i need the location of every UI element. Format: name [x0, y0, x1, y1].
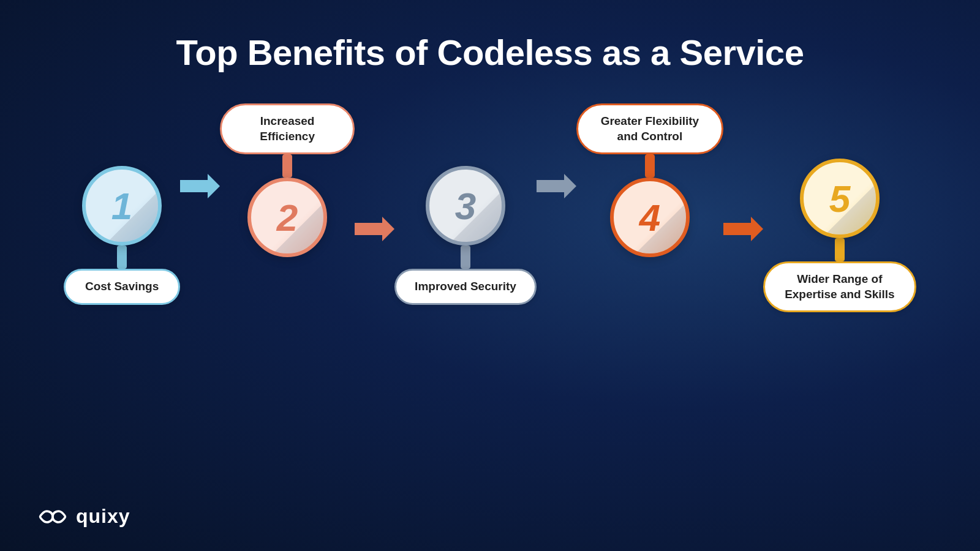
arrow-4-5: [723, 216, 763, 243]
label-1: Cost Savings: [64, 269, 180, 305]
quixy-logo-icon: [37, 507, 69, 527]
label-5: Wider Range of Expertise and Skills: [763, 261, 916, 312]
stem-4: [645, 154, 655, 178]
label-4: Greater Flexibility and Control: [576, 103, 723, 154]
step-1: 1 Cost Savings: [64, 111, 180, 305]
number-1: 1: [111, 184, 132, 228]
circle-2: 2: [247, 178, 327, 257]
label-3: Improved Security: [394, 269, 537, 305]
stem-5: [835, 238, 845, 261]
label-2: Increased Efficiency: [220, 103, 355, 154]
logo-text: quixy: [76, 505, 130, 528]
stem-3: [461, 246, 470, 269]
svg-marker-1: [355, 217, 394, 241]
arrow-2-3: [355, 216, 394, 243]
step-4: Greater Flexibility and Control 4: [576, 103, 723, 312]
number-3: 3: [455, 184, 476, 228]
number-4: 4: [639, 196, 660, 239]
stem-1: [117, 246, 127, 269]
number-2: 2: [277, 196, 298, 239]
circle-5: 5: [800, 159, 880, 238]
arrow-3-4: [537, 173, 576, 200]
logo: quixy: [37, 505, 130, 528]
page-title: Top Benefits of Codeless as a Service: [176, 32, 804, 73]
benefits-diagram: 1 Cost Savings Increased Efficiency 2 3 …: [61, 103, 919, 312]
circle-3: 3: [426, 166, 505, 246]
step-5: 5 Wider Range of Expertise and Skills: [763, 103, 916, 312]
arrow-1-2: [180, 173, 220, 200]
stem-2: [282, 154, 292, 178]
step-3: 3 Improved Security: [394, 111, 537, 305]
svg-marker-2: [537, 174, 576, 198]
step-2: Increased Efficiency 2: [220, 103, 355, 312]
number-5: 5: [829, 177, 850, 220]
svg-marker-3: [723, 217, 763, 241]
circle-4: 4: [610, 178, 690, 257]
circle-1: 1: [82, 166, 162, 246]
svg-marker-0: [180, 174, 220, 198]
